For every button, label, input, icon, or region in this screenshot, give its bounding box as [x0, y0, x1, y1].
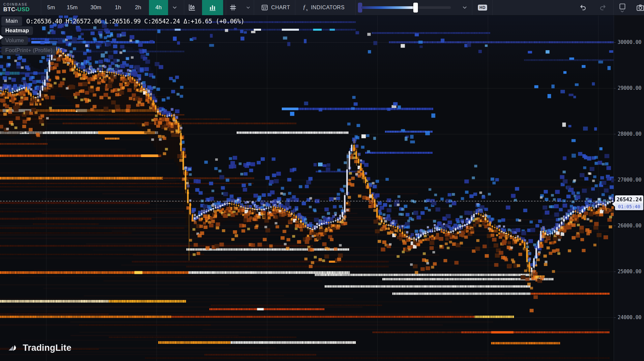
layer-chip-volume[interactable]: Volume [1, 36, 28, 45]
axis-tick [614, 88, 616, 88]
axis-label-26000: 26000.00 [618, 223, 641, 229]
heatmap-canvas[interactable] [0, 15, 614, 361]
chart-menu-label: CHART [271, 5, 290, 11]
axis-tick [614, 134, 616, 134]
toolbar-divider [226, 0, 226, 15]
exchange-label: COINBASE [3, 2, 28, 6]
pair-base: BTC- [3, 6, 17, 13]
hd-toggle[interactable]: HD [476, 0, 489, 15]
axis-tick [614, 42, 616, 43]
toolbar-divider [472, 0, 472, 15]
chart-menu-button[interactable]: CHART [258, 0, 293, 15]
screenshot-camera-button[interactable] [635, 0, 644, 15]
axis-tick [614, 272, 616, 272]
layer-chip-footprint-profile-[interactable]: FootPrint+ (Profile) [1, 46, 56, 55]
slider-thumb[interactable] [413, 3, 418, 13]
panel-layout-button[interactable] [617, 0, 628, 15]
axis-tick [614, 180, 616, 180]
axis-label-30000: 30000.00 [618, 39, 641, 45]
grid-dropdown-chevron-icon[interactable] [244, 0, 252, 15]
axis-label-28000: 28000.00 [618, 131, 641, 137]
ohlc-values: O:26536.40 H:26572.06 L:26516.99 C:26542… [26, 17, 244, 25]
axis-label-25000: 25000.00 [618, 269, 641, 275]
hd-badge: HD [478, 5, 487, 11]
mouse-cursor [0, 35, 3, 40]
axis-label-27000: 27000.00 [618, 177, 641, 183]
timeframe-button-2h[interactable]: 2h [131, 0, 145, 15]
layer-chips: HeatmapVolumeFootPrint+ (Profile) [1, 26, 56, 55]
toolbar-divider [254, 0, 254, 15]
watermark-text: TradingLite [23, 343, 72, 353]
timeframe-button-1h[interactable]: 1h [111, 0, 125, 15]
candlestick-chart-icon[interactable] [185, 0, 198, 15]
heatmap-view-icon[interactable] [202, 0, 223, 15]
undo-button[interactable] [577, 0, 588, 15]
layout-square-icon [619, 3, 626, 10]
pair-quote: USD [17, 6, 30, 13]
undo-icon [579, 4, 587, 12]
watermark: TradingLite [8, 343, 72, 353]
axis-tick [614, 317, 616, 318]
chart-area: Main O:26536.40 H:26572.06 L:26516.99 C:… [0, 15, 614, 361]
camera-icon [636, 3, 644, 12]
axis-label-24000: 24000.00 [618, 314, 641, 320]
indicators-button[interactable]: ƒx INDICATORS [297, 0, 350, 15]
grid-layers-icon[interactable] [227, 0, 239, 15]
slider-dropdown-chevron-icon[interactable] [460, 0, 469, 15]
layer-chip-heatmap[interactable]: Heatmap [1, 26, 33, 35]
candle-countdown: 01:05:40 [615, 203, 643, 210]
slider-track[interactable] [361, 6, 451, 9]
toolbar-divider [41, 0, 41, 15]
toolbar-divider [613, 0, 614, 15]
timeframe-button-30m[interactable]: 30m [89, 0, 103, 15]
price-axis[interactable]: 26542.24 01:05:40 30000.0029000.0028000.… [614, 15, 644, 361]
timeframe-button-15m[interactable]: 15m [65, 0, 79, 15]
panel-collapse-chevron-icon [620, 10, 625, 13]
axis-tick [614, 226, 616, 226]
timeframe-dropdown-chevron-icon[interactable] [170, 0, 179, 15]
ohlc-bar: Main O:26536.40 H:26572.06 L:26516.99 C:… [1, 16, 244, 26]
toolbar-divider [492, 0, 493, 15]
chart-menu-icon [261, 4, 268, 11]
toolbar-divider [295, 0, 295, 15]
indicators-label: INDICATORS [311, 5, 344, 11]
pane-chip[interactable]: Main [1, 16, 22, 26]
symbol-selector[interactable]: COINBASE BTC-USD [3, 0, 40, 15]
last-price-value: 26542.24 [615, 195, 643, 203]
timeframe-button-4h[interactable]: 4h [149, 0, 168, 15]
pair-label: BTC-USD [3, 6, 30, 13]
redo-icon [599, 4, 607, 12]
fx-icon: ƒx [303, 4, 308, 12]
redo-button[interactable] [598, 0, 608, 15]
toolbar: COINBASE BTC-USD 5m15m30m1h2h4h CHART [0, 0, 644, 16]
timeframe-button-5m[interactable]: 5m [44, 0, 58, 15]
axis-label-29000: 29000.00 [618, 85, 641, 91]
toolbar-divider [184, 0, 184, 15]
tradinglite-logo-icon [8, 343, 20, 353]
heatmap-intensity-slider[interactable] [358, 0, 454, 15]
last-price-tag: 26542.24 01:05:40 [615, 195, 643, 210]
toolbar-divider [355, 0, 356, 15]
